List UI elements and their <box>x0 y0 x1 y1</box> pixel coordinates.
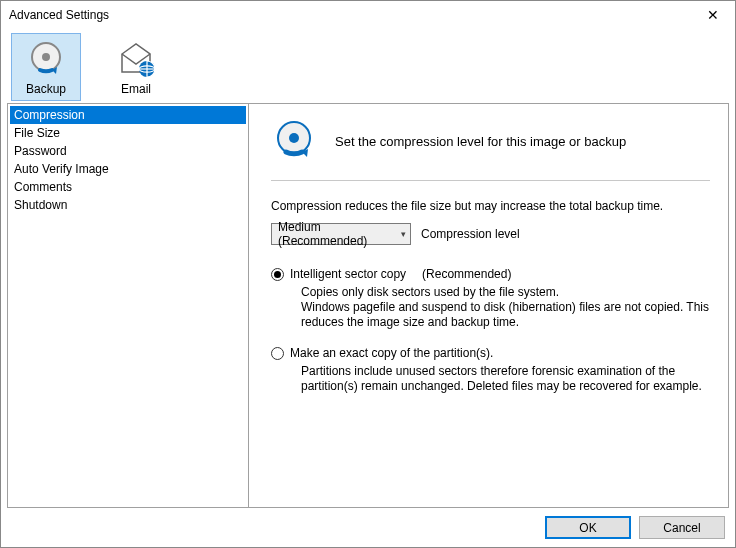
close-button[interactable]: ✕ <box>690 1 735 29</box>
option-description: Copies only disk sectors used by the fil… <box>301 285 710 330</box>
panel-description: Compression reduces the file size but ma… <box>271 199 710 213</box>
dropdown-value: Medium (Recommended) <box>278 220 401 248</box>
sidebar-item-label: Password <box>14 144 67 158</box>
sidebar-item-compression[interactable]: Compression <box>10 106 246 124</box>
tab-strip: Backup Email <box>7 29 729 101</box>
button-label: OK <box>579 521 596 535</box>
sidebar-item-comments[interactable]: Comments <box>10 178 246 196</box>
option-label: Intelligent sector copy <box>290 267 406 281</box>
compression-level-row: Medium (Recommended) ▾ Compression level <box>271 223 710 245</box>
radio-exact-copy[interactable] <box>271 347 284 360</box>
main-header: Set the compression level for this image… <box>271 118 710 164</box>
recommended-label: (Recommended) <box>422 267 511 281</box>
sidebar-item-shutdown[interactable]: Shutdown <box>10 196 246 214</box>
chevron-down-icon: ▾ <box>401 229 406 239</box>
sidebar-item-auto-verify[interactable]: Auto Verify Image <box>10 160 246 178</box>
svg-point-1 <box>42 53 50 61</box>
tab-backup[interactable]: Backup <box>11 33 81 101</box>
option-row[interactable]: Make an exact copy of the partition(s). <box>271 346 710 360</box>
option-description: Partitions include unused sectors theref… <box>301 364 710 394</box>
panel-title: Set the compression level for this image… <box>335 134 626 149</box>
sidebar-item-label: File Size <box>14 126 60 140</box>
backup-disk-icon <box>26 40 66 80</box>
sidebar-item-label: Auto Verify Image <box>14 162 109 176</box>
sidebar-item-label: Shutdown <box>14 198 67 212</box>
radio-intelligent-copy[interactable] <box>271 268 284 281</box>
option-exact-copy: Make an exact copy of the partition(s). … <box>271 346 710 394</box>
close-icon: ✕ <box>707 7 719 23</box>
option-row[interactable]: Intelligent sector copy (Recommended) <box>271 267 710 281</box>
cancel-button[interactable]: Cancel <box>639 516 725 539</box>
tab-email-label: Email <box>121 82 151 96</box>
tab-email[interactable]: Email <box>101 33 171 101</box>
sidebar: Compression File Size Password Auto Veri… <box>8 104 249 507</box>
sidebar-item-password[interactable]: Password <box>10 142 246 160</box>
ok-button[interactable]: OK <box>545 516 631 539</box>
email-icon <box>116 40 156 80</box>
compression-level-label: Compression level <box>421 227 520 241</box>
sidebar-item-file-size[interactable]: File Size <box>10 124 246 142</box>
dialog-body: Compression File Size Password Auto Veri… <box>7 103 729 508</box>
svg-point-7 <box>289 133 299 143</box>
main-panel: Set the compression level for this image… <box>249 104 728 507</box>
option-intelligent-copy: Intelligent sector copy (Recommended) Co… <box>271 267 710 330</box>
titlebar: Advanced Settings ✕ <box>1 1 735 29</box>
compression-level-dropdown[interactable]: Medium (Recommended) ▾ <box>271 223 411 245</box>
option-label: Make an exact copy of the partition(s). <box>290 346 493 360</box>
content-area: Backup Email <box>1 29 735 547</box>
separator <box>271 180 710 181</box>
sidebar-item-label: Compression <box>14 108 85 122</box>
dialog-footer: OK Cancel <box>7 508 729 541</box>
window-title: Advanced Settings <box>9 8 109 22</box>
tab-backup-label: Backup <box>26 82 66 96</box>
advanced-settings-dialog: Advanced Settings ✕ Backup <box>0 0 736 548</box>
sidebar-item-label: Comments <box>14 180 72 194</box>
compression-disk-icon <box>271 118 317 164</box>
button-label: Cancel <box>663 521 700 535</box>
